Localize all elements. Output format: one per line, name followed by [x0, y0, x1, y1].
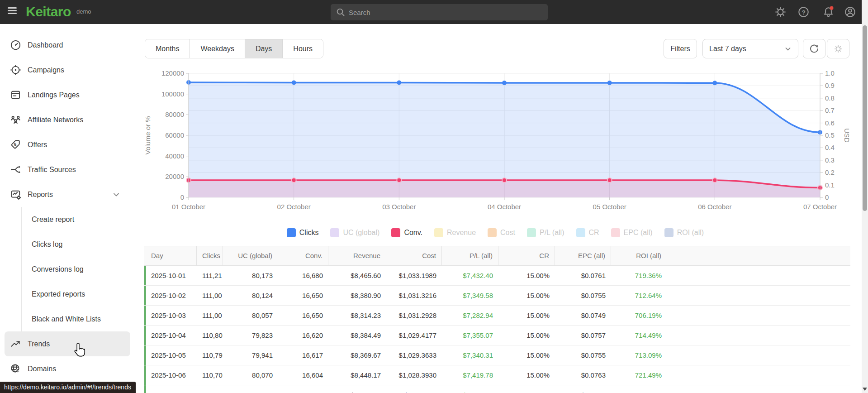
legend-swatch	[434, 228, 443, 237]
legend-swatch	[527, 228, 536, 237]
cell-epc-all: $0.0755	[555, 351, 611, 359]
sidebar-item-domains[interactable]: Domains	[5, 356, 130, 381]
sidebar-item-campaigns[interactable]: Campaigns	[5, 58, 130, 82]
scrollbar[interactable]	[862, 0, 868, 393]
svg-text:01 October: 01 October	[172, 203, 205, 211]
table-header-p-l-all[interactable]: P/L (all)	[442, 246, 498, 265]
sidebar-item-conversions-log[interactable]: Conversions log	[5, 257, 130, 282]
chevron-down-icon	[784, 45, 792, 53]
app-logo: Keitaro	[26, 4, 71, 19]
tab-hours[interactable]: Hours	[283, 39, 323, 58]
sidebar-item-black-and-white-lists[interactable]: Black and White Lists	[5, 307, 130, 331]
refresh-icon	[809, 44, 819, 54]
cell-cr: 15.00%	[498, 312, 555, 319]
sidebar-item-trends[interactable]: Trends	[5, 331, 130, 356]
cell-clicks: 110,79	[197, 351, 223, 359]
svg-text:$: $	[13, 142, 17, 147]
sidebar-item-label: Reports	[28, 191, 53, 199]
refresh-button[interactable]	[803, 39, 825, 58]
sidebar-item-exported-reports[interactable]: Exported reports	[5, 282, 130, 307]
row-status-bar	[144, 345, 146, 365]
scrollbar-thumb[interactable]	[863, 25, 867, 211]
tab-weekdays[interactable]: Weekdays	[190, 39, 245, 58]
cell-conv: 16,650	[278, 292, 328, 299]
sidebar-item-landings-pages[interactable]: Landings Pages	[5, 82, 130, 107]
sidebar-item-label: Exported reports	[32, 290, 85, 298]
cell-cost: $1,029.3633	[386, 351, 442, 359]
cell-p-l-all: $7,282.94	[442, 312, 498, 319]
table-header-epc-all[interactable]: EPC (all)	[555, 246, 611, 265]
legend-item-revenue[interactable]: Revenue	[434, 228, 476, 237]
sidebar-item-affiliate-networks[interactable]: Affiliate Networks	[5, 107, 130, 132]
scrollbar-down-arrow[interactable]	[863, 388, 867, 391]
legend-item-clicks[interactable]: Clicks	[287, 228, 319, 237]
account-icon[interactable]	[844, 6, 856, 18]
cell-revenue: $8,380.90	[328, 292, 386, 299]
sidebar: DashboardCampaignsLandings PagesAffiliat…	[0, 24, 135, 393]
sidebar-item-create-report[interactable]: Create report	[5, 207, 130, 232]
table-header-uc-global[interactable]: UC (global)	[223, 246, 278, 265]
cell-uc-global: 44,457	[223, 391, 278, 393]
svg-text:?: ?	[802, 9, 805, 16]
table-header-day[interactable]: Day	[144, 246, 197, 265]
cell-p-l-all: $7,355.07	[442, 331, 498, 339]
search-input[interactable]	[331, 4, 548, 20]
chart-settings-button[interactable]	[827, 39, 849, 58]
legend-item-epc-all[interactable]: EPC (all)	[611, 228, 653, 237]
cell-uc-global: 80,057	[223, 312, 278, 319]
legend-item-p-l-all[interactable]: P/L (all)	[527, 228, 564, 237]
sidebar-item-dashboard[interactable]: Dashboard	[5, 33, 130, 58]
cell-epc-all: $0.0757	[555, 331, 611, 339]
svg-text:02 October: 02 October	[277, 203, 311, 211]
table-header-cost[interactable]: Cost	[386, 246, 442, 265]
cell-epc-all: $0.0761	[555, 272, 611, 279]
svg-text:0.6: 0.6	[825, 119, 835, 127]
cell-epc-all: $0.0761	[555, 391, 611, 393]
legend-item-roi-all[interactable]: ROI (all)	[664, 228, 704, 237]
cell-uc-global: 80,173	[223, 272, 278, 279]
help-icon[interactable]: ?	[797, 6, 810, 18]
sidebar-item-offers[interactable]: $Offers	[5, 132, 130, 157]
settings-icon[interactable]	[774, 6, 787, 18]
cell-cr: 15.00%	[498, 272, 555, 279]
sidebar-item-reports[interactable]: Reports	[5, 182, 130, 207]
cell-p-l-all: $7,432.40	[442, 272, 498, 279]
date-range-select[interactable]: Last 7 days	[702, 39, 798, 58]
cell-revenue: $8,465.60	[328, 272, 386, 279]
legend-label: Clicks	[299, 229, 319, 237]
row-status-bar	[144, 266, 146, 285]
sidebar-item-clicks-log[interactable]: Clicks log	[5, 232, 130, 257]
cell-epc-all: $0.0763	[555, 371, 611, 379]
sidebar-item-label: Clicks log	[32, 240, 62, 249]
cell-roi-all: 721.49%	[611, 371, 667, 379]
sidebar-item-traffic-sources[interactable]: Traffic Sources	[5, 157, 130, 182]
table-header-cr[interactable]: CR	[498, 246, 555, 265]
cell-clicks: 111,00	[197, 292, 223, 299]
submenu-indent-rule	[21, 207, 22, 331]
cell-uc-global: 80,070	[223, 371, 278, 379]
table-header-revenue[interactable]: Revenue	[328, 246, 386, 265]
table-row: 2025-10-03111,0080,05716,650$8,314.23$1,…	[144, 306, 850, 326]
legend-item-cr[interactable]: CR	[576, 228, 599, 237]
cell-p-l-all: $4,200.07	[442, 391, 498, 393]
granularity-tabs: MonthsWeekdaysDaysHours	[145, 39, 323, 58]
trends-icon	[10, 338, 21, 350]
table-header-clicks[interactable]: Clicks	[197, 246, 223, 265]
svg-text:0: 0	[180, 193, 184, 201]
hamburger-icon[interactable]	[8, 7, 17, 16]
cell-cr: 15.00%	[498, 371, 555, 379]
svg-text:0: 0	[825, 193, 829, 201]
svg-text:03 October: 03 October	[382, 203, 416, 211]
filters-button[interactable]: Filters	[664, 39, 697, 58]
table-header-roi-all[interactable]: ROI (all)	[611, 246, 667, 265]
legend-item-uc-global[interactable]: UC (global)	[330, 228, 379, 237]
table-header-conv[interactable]: Conv.	[278, 246, 328, 265]
tab-days[interactable]: Days	[245, 39, 283, 58]
cell-uc-global: 79,941	[223, 351, 278, 359]
legend-item-conv[interactable]: Conv.	[391, 228, 422, 237]
notifications-icon[interactable]	[822, 6, 835, 18]
legend-item-cost[interactable]: Cost	[488, 228, 515, 237]
landing-pages-icon	[10, 89, 21, 101]
legend-swatch	[488, 228, 497, 237]
tab-months[interactable]: Months	[145, 39, 190, 58]
